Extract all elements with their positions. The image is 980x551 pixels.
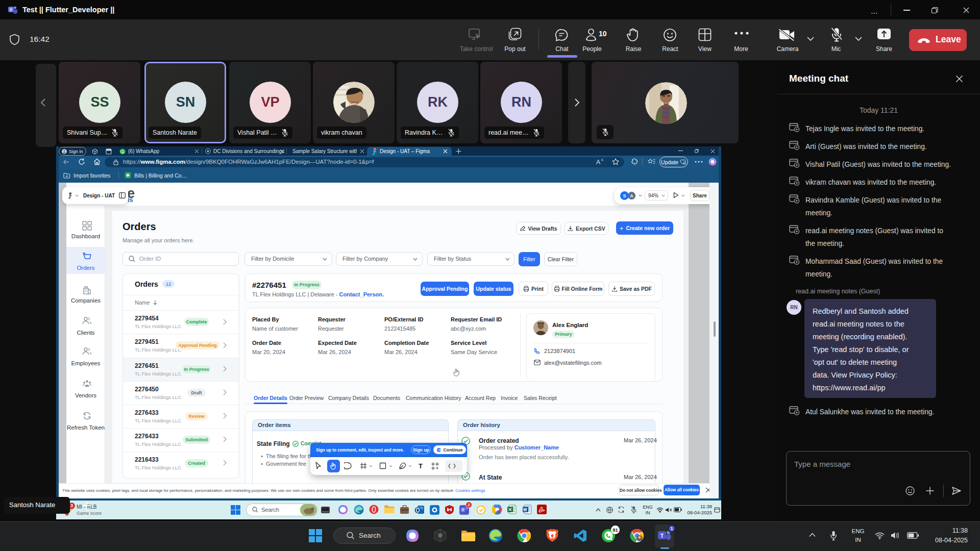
svg-text:T: T [462, 508, 464, 512]
svg-text:T: T [660, 533, 664, 539]
svg-text:T: T [10, 8, 12, 12]
svg-text:A: A [596, 159, 600, 165]
